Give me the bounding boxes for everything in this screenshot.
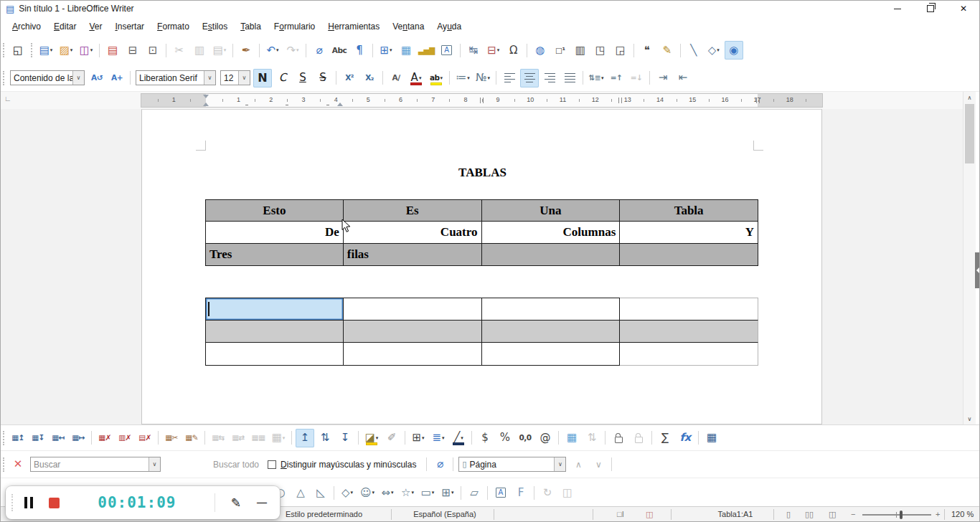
menu-herramientas[interactable]: Herramientas <box>321 19 386 34</box>
insert-line-button[interactable]: ╲ <box>684 41 703 60</box>
navigate-next-button[interactable]: ∨ <box>589 455 608 474</box>
vertical-scrollbar[interactable]: ∧ ∨ <box>963 92 976 424</box>
multi-page-view-icon[interactable]: ▯▯ <box>805 510 814 519</box>
merge-cells-button[interactable]: ▦⇆ <box>209 429 227 447</box>
standard-toolbar-handle[interactable] <box>3 43 4 57</box>
stop-recording-button[interactable] <box>49 498 60 508</box>
search-input[interactable]: Buscar ∨ <box>30 457 161 472</box>
percent-format-button[interactable]: % <box>496 429 514 447</box>
insert-table-button[interactable]: ⊞▾ <box>377 41 395 60</box>
insert-image-in-table-button[interactable]: ▦ <box>562 429 581 447</box>
table-cell[interactable] <box>344 298 482 321</box>
align-bottom-button[interactable]: ↧ <box>336 429 354 447</box>
align-left-button[interactable] <box>500 69 519 87</box>
chevron-down-icon[interactable]: ∨ <box>238 71 250 85</box>
insert-chart-button[interactable]: ▃▅▇ <box>417 41 436 60</box>
page-break-button[interactable]: ↹ <box>464 41 483 60</box>
special-character-button[interactable]: Ω <box>504 41 523 60</box>
insert-column-right-button[interactable]: ▦↦ <box>69 429 88 447</box>
scroll-down-icon[interactable]: ∨ <box>963 413 976 424</box>
export-pdf-button[interactable]: ▤ <box>103 41 122 60</box>
tab-stop-selector-icon[interactable]: ∟ <box>4 95 11 103</box>
menu-estilos[interactable]: Estilos <box>196 19 234 34</box>
clone-cell-formatting-button[interactable]: ✐ <box>382 429 401 447</box>
open-file-button[interactable]: ▨▾ <box>57 41 75 60</box>
table-cell[interactable]: Una <box>482 199 621 222</box>
insert-text-box-drawing-button[interactable]: A <box>491 483 510 502</box>
zoom-in-icon[interactable]: + <box>936 510 940 518</box>
right-triangle-button[interactable]: ◺ <box>311 483 330 502</box>
table-cell[interactable]: Columnas <box>482 222 621 244</box>
find-toolbar-handle[interactable] <box>3 457 4 472</box>
table-properties-button[interactable]: ▦ <box>702 429 721 447</box>
border-style-button[interactable]: ≣▾ <box>429 429 448 447</box>
table-cell[interactable]: Es <box>344 199 482 222</box>
scrollbar-thumb[interactable] <box>965 104 974 163</box>
center-vertically-button[interactable]: ⇅ <box>316 429 334 447</box>
paragraph-style-combo[interactable]: Contenido de la ta∨ <box>10 70 85 85</box>
menu-formato[interactable]: Formato <box>151 19 196 34</box>
save-button[interactable]: ◫▾ <box>77 41 95 60</box>
track-changes-button[interactable]: ✎ <box>658 41 677 60</box>
insert-endnote-button[interactable]: ▥ <box>571 41 590 60</box>
justify-button[interactable] <box>560 69 579 87</box>
clone-formatting-button[interactable]: ✒ <box>237 41 255 60</box>
insert-comment-button[interactable]: ❝ <box>638 41 656 60</box>
table-toolbar-handle[interactable] <box>3 431 4 445</box>
menu-formulario[interactable]: Formulario <box>268 19 321 34</box>
navigate-by-combo[interactable]: ▯ Página ∨ <box>458 457 566 472</box>
document-area[interactable]: TABLAS EstoEsUnaTablaDeCuatroColumnasYTr… <box>0 109 963 424</box>
standard-toolbar-handle-2[interactable] <box>31 43 32 57</box>
font-size-combo[interactable]: 12∨ <box>220 70 250 85</box>
table-cell[interactable] <box>344 343 482 366</box>
table-cell[interactable] <box>482 343 621 366</box>
chevron-down-icon[interactable]: ▾ <box>224 47 227 53</box>
cell-background-color-button[interactable]: ◪▾ <box>362 429 381 447</box>
show-draw-functions-button[interactable]: ◉ <box>725 41 743 60</box>
chevron-down-icon[interactable]: ▾ <box>440 75 443 81</box>
sidebar-toggle[interactable] <box>975 252 980 288</box>
borders-button[interactable]: ⊞▾ <box>409 429 428 447</box>
delete-table-button[interactable]: ▤✗ <box>136 429 154 447</box>
single-page-view-icon[interactable]: ▯ <box>786 510 791 519</box>
chevron-down-icon[interactable]: ▾ <box>467 75 470 81</box>
superscript-button[interactable]: X² <box>340 69 359 87</box>
zoom-slider[interactable] <box>862 514 931 516</box>
restore-button[interactable] <box>914 0 947 17</box>
basic-shapes-button[interactable]: ◇▾ <box>338 483 357 502</box>
first-line-indent-marker[interactable] <box>203 95 209 98</box>
chevron-down-icon[interactable]: ▾ <box>391 490 394 495</box>
zoom-out-icon[interactable]: − <box>851 510 855 518</box>
chevron-down-icon[interactable]: ▾ <box>411 490 414 495</box>
protect-cells-button[interactable] <box>609 429 628 447</box>
table-cell[interactable]: Y <box>620 222 758 244</box>
text-format-button[interactable]: @ <box>536 429 555 447</box>
chevron-down-icon[interactable]: ▾ <box>717 47 720 53</box>
merge-table-button[interactable]: ▦▦ <box>249 429 268 447</box>
language-status[interactable]: Español (España) <box>398 510 491 518</box>
chevron-down-icon[interactable]: ▾ <box>419 75 422 81</box>
document-heading[interactable]: TABLAS <box>207 166 758 180</box>
table-autoformat-button[interactable]: ▦✎ <box>182 429 201 447</box>
spelling-button[interactable]: Abc <box>330 41 349 60</box>
menu-ayuda[interactable]: Ayuda <box>430 19 468 34</box>
menu-ver[interactable]: Ver <box>83 19 108 34</box>
pause-button[interactable] <box>24 497 33 508</box>
decrease-paragraph-spacing-button[interactable]: =↓ <box>627 69 646 87</box>
chevron-down-icon[interactable]: ∨ <box>204 71 215 85</box>
chevron-down-icon[interactable]: ▾ <box>372 490 375 495</box>
table-cell[interactable] <box>482 244 621 266</box>
print-button[interactable]: ⊟ <box>123 41 142 60</box>
table-cell[interactable]: Tabla <box>620 199 758 222</box>
table-cell[interactable] <box>344 321 482 343</box>
currency-format-button[interactable]: $ <box>476 429 494 447</box>
chevron-down-icon[interactable]: ▾ <box>442 435 445 441</box>
split-cells-button[interactable]: ▦⇄ <box>229 429 248 447</box>
find-and-replace-button[interactable]: ⌀ <box>310 41 329 60</box>
insert-image-button[interactable]: ▦ <box>397 41 415 60</box>
horizontal-ruler[interactable]: ∟ 1123456789101112131415161718 <box>0 92 963 110</box>
table-cell[interactable] <box>482 298 621 321</box>
right-indent-marker[interactable] <box>337 103 343 106</box>
navigate-previous-button[interactable]: ∧ <box>569 455 588 474</box>
highlight-color-button[interactable]: ab▾ <box>427 69 446 87</box>
